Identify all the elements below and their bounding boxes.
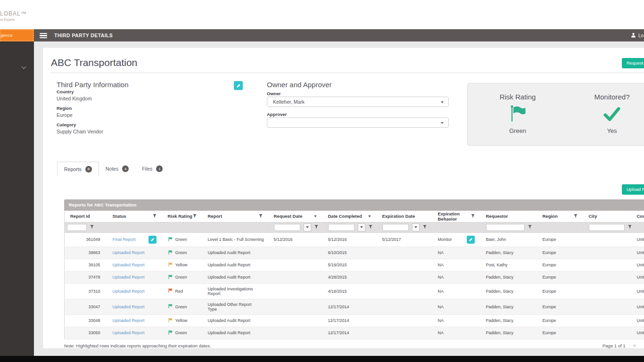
cell-report-id: 33050	[65, 327, 107, 339]
cell-country: United	[631, 232, 644, 247]
date-picker-button[interactable]	[412, 223, 420, 231]
user-menu[interactable]: Lo	[631, 29, 644, 41]
flag-icon	[168, 318, 173, 324]
cell-expiration-behavior: NA	[432, 271, 480, 283]
filter-icon[interactable]	[369, 225, 372, 230]
cell-request-date	[268, 271, 322, 283]
owner-select[interactable]: Kelleher, Mark	[267, 97, 449, 107]
filter-icon[interactable]	[423, 225, 427, 230]
col-city[interactable]: City	[583, 211, 631, 222]
cell-report: Uploaded Audit Report	[202, 314, 268, 327]
filter-icon[interactable]	[314, 225, 318, 230]
cell-city	[583, 247, 631, 259]
col-expiration-date[interactable]: Expiration Date	[377, 211, 432, 222]
cell-requestor: Padden, Stacy	[480, 283, 537, 299]
edit-icon[interactable]	[467, 236, 475, 244]
hamburger-menu-icon[interactable]	[40, 33, 47, 39]
col-risk-rating[interactable]: Risk Rating	[162, 211, 202, 222]
cell-date-completed: 5/19/2015	[322, 259, 377, 271]
filter-icon[interactable]	[471, 214, 475, 218]
tab-reports-label: Reports	[64, 166, 82, 172]
chevron-down-icon[interactable]	[368, 215, 371, 217]
approver-label: Approver	[267, 112, 287, 117]
flag-icon	[168, 250, 173, 256]
title-divider	[51, 73, 644, 73]
field-label-country: Country	[57, 89, 103, 94]
chevron-down-icon[interactable]	[314, 215, 317, 217]
report-link[interactable]: Uploaded Report	[113, 275, 145, 280]
chevron-down-icon	[441, 101, 444, 103]
report-link[interactable]: Final Report	[113, 237, 136, 242]
col-report[interactable]: Report	[202, 211, 268, 222]
chevron-down-icon[interactable]	[22, 65, 26, 69]
col-region[interactable]: Region	[537, 211, 583, 222]
filter-date-completed-input[interactable]	[328, 224, 355, 231]
approver-select[interactable]	[267, 117, 449, 128]
filter-icon[interactable]	[193, 214, 197, 218]
cell-request-date	[268, 283, 322, 299]
cell-report-id: 37310	[65, 283, 107, 299]
cell-country: United	[631, 259, 644, 271]
report-link[interactable]: Uploaded Report	[113, 330, 145, 335]
filter-icon[interactable]	[628, 225, 632, 230]
monitored-label: Monitored?	[594, 93, 629, 101]
col-date-completed[interactable]: Date Completed	[322, 211, 377, 222]
filter-icon[interactable]	[153, 214, 157, 218]
col-requestor[interactable]: Requestor	[480, 211, 537, 222]
filter-icon[interactable]	[528, 225, 532, 230]
cell-country: United	[631, 283, 644, 299]
col-request-date[interactable]: Request Date	[268, 211, 322, 222]
filter-request-date-input[interactable]	[274, 224, 300, 231]
flag-icon	[168, 330, 173, 336]
cell-expiration-date	[377, 327, 432, 339]
cell-region: Europe	[537, 314, 583, 327]
cell-expiration-date	[377, 247, 432, 259]
edit-icon[interactable]	[149, 236, 157, 244]
col-country[interactable]: Coun	[631, 211, 644, 222]
chevron-down-icon	[441, 122, 444, 124]
cell-risk-rating: Green	[162, 247, 202, 259]
cell-expiration-date	[377, 259, 432, 271]
table-title: Reports for ABC Transportation	[64, 199, 644, 211]
col-report-id[interactable]: Report Id	[65, 211, 107, 222]
report-link[interactable]: Uploaded Report	[113, 289, 145, 294]
date-picker-button[interactable]	[358, 223, 365, 231]
cell-report: Uploaded Audit Report	[202, 271, 268, 283]
app-logo: LOBAL™ ce Experts	[0, 10, 27, 21]
filter-requestor-input[interactable]	[486, 224, 525, 231]
col-expiration-behavior[interactable]: Expiration Behavior	[432, 211, 480, 222]
report-link[interactable]: Uploaded Report	[113, 304, 145, 309]
page-indicator: Page 1 of 1	[603, 343, 626, 348]
cell-expiration-behavior: NA	[432, 283, 480, 299]
date-picker-button[interactable]	[304, 223, 311, 231]
cell-date-completed: 12/17/2014	[322, 314, 377, 327]
owner-section-heading: Owner and Approver	[267, 81, 332, 89]
filter-icon[interactable]	[90, 225, 94, 230]
edit-info-icon[interactable]	[234, 81, 243, 90]
report-link[interactable]: Uploaded Report	[113, 318, 145, 323]
cell-status: Uploaded Report	[107, 271, 162, 283]
filter-city-input[interactable]	[589, 224, 625, 231]
topbar: THIRD PARTY DETAILS Lo	[34, 29, 644, 41]
col-status[interactable]: Status	[107, 211, 162, 222]
tab-files[interactable]: Files 1	[135, 162, 169, 176]
filter-report-id-input[interactable]	[67, 224, 87, 231]
tab-reports[interactable]: Reports 8	[57, 162, 99, 176]
filter-icon[interactable]	[574, 214, 578, 218]
cell-request-date	[268, 327, 322, 339]
cell-date-completed: 4/28/2015	[322, 271, 377, 283]
table-row: 33048Uploaded ReportYellowUploaded Audit…	[65, 314, 644, 327]
filter-expiration-date-input[interactable]	[382, 224, 409, 231]
request-screening-button[interactable]: Request S	[622, 58, 644, 68]
sidebar-item-due-diligence[interactable]: gence	[0, 29, 34, 41]
third-party-card: ABC Transportation Request S Third Party…	[42, 47, 644, 349]
cell-expiration-behavior: NA	[432, 327, 480, 339]
tab-notes[interactable]: Notes 4	[99, 162, 135, 176]
report-link[interactable]: Uploaded Report	[113, 250, 145, 255]
report-link[interactable]: Uploaded Report	[113, 263, 145, 267]
first-page-icon[interactable]: «	[633, 343, 636, 348]
cell-requestor: Padden, Stacy	[480, 299, 537, 314]
upload-report-button[interactable]: Upload R	[622, 184, 644, 195]
filter-icon[interactable]	[259, 214, 263, 218]
tab-notes-count-badge: 4	[122, 165, 129, 172]
